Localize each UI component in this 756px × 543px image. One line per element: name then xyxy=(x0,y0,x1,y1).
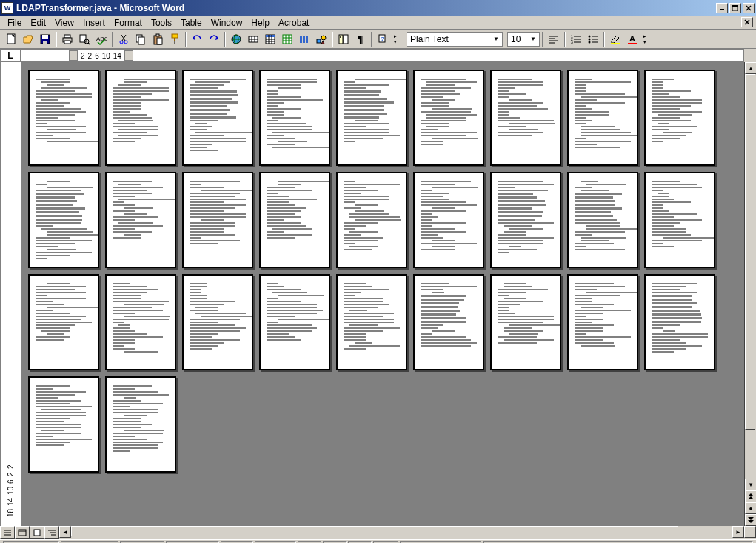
drawing-button[interactable] xyxy=(313,31,330,47)
page-thumbnail[interactable] xyxy=(490,274,561,370)
menu-format[interactable]: Format xyxy=(110,17,147,29)
menu-file[interactable]: File xyxy=(3,17,26,29)
bulleted-list-button[interactable] xyxy=(585,31,601,47)
page-thumbnail[interactable] xyxy=(336,70,407,166)
help-button[interactable]: ? xyxy=(375,31,391,47)
page-thumbnail[interactable] xyxy=(336,274,407,370)
horizontal-scrollbar[interactable]: ◄ ► xyxy=(59,526,744,539)
scroll-thumb[interactable] xyxy=(745,74,755,430)
align-left-button[interactable] xyxy=(546,31,562,47)
page-thumbnail[interactable] xyxy=(28,70,99,166)
print-preview-button[interactable] xyxy=(76,31,93,47)
page-thumbnail[interactable] xyxy=(490,70,561,166)
tables-borders-button[interactable] xyxy=(245,31,261,47)
menu-insert[interactable]: Insert xyxy=(78,17,110,29)
page-thumbnail[interactable] xyxy=(336,172,407,268)
menu-acrobat[interactable]: Acrobat xyxy=(274,17,313,29)
cut-button[interactable] xyxy=(116,31,132,47)
new-document-button[interactable] xyxy=(3,31,19,47)
page-thumbnail[interactable] xyxy=(413,172,484,268)
menu-tools[interactable]: Tools xyxy=(147,17,176,29)
page-thumbnail[interactable] xyxy=(413,70,484,166)
browse-object-button[interactable]: ● xyxy=(745,502,756,514)
save-button[interactable] xyxy=(37,31,53,47)
tab-selector[interactable]: L xyxy=(0,49,21,62)
page-thumbnail[interactable] xyxy=(105,274,176,370)
menu-table[interactable]: Table xyxy=(176,17,207,29)
format-painter-button[interactable] xyxy=(167,31,183,47)
status-bar: Page 1 Sec 1 1/29 At 2.5cm Ln 1 Col 1 RE… xyxy=(0,539,756,543)
svg-point-73 xyxy=(589,35,591,37)
menu-help[interactable]: Help xyxy=(247,17,274,29)
next-page-button[interactable] xyxy=(745,514,756,526)
outline-view-button[interactable] xyxy=(44,526,59,539)
page-thumbnail[interactable] xyxy=(259,70,330,166)
scroll-track[interactable] xyxy=(71,526,732,538)
resize-grip[interactable] xyxy=(744,526,756,538)
indent-marker[interactable] xyxy=(124,50,133,61)
page-thumbnail[interactable] xyxy=(182,274,253,370)
toolbar-overflow-button[interactable]: ▸▾ xyxy=(641,31,649,47)
menu-edit[interactable]: Edit xyxy=(26,17,50,29)
scroll-track[interactable] xyxy=(745,74,756,479)
page-thumbnail[interactable] xyxy=(105,70,176,166)
page-thumbnail[interactable] xyxy=(182,172,253,268)
svg-marker-56 xyxy=(321,41,324,44)
insert-table-button[interactable] xyxy=(262,31,278,47)
numbered-list-button[interactable]: 123 xyxy=(568,31,584,47)
horizontal-ruler[interactable]: 2 2 6 10 14 xyxy=(21,49,744,62)
page-thumbnail[interactable] xyxy=(644,274,715,370)
excel-button[interactable] xyxy=(279,31,295,47)
scroll-right-button[interactable]: ► xyxy=(732,526,744,538)
scroll-thumb[interactable] xyxy=(71,526,678,536)
document-map-button[interactable] xyxy=(335,31,352,47)
normal-view-button[interactable] xyxy=(0,526,15,539)
page-thumbnail[interactable] xyxy=(105,172,176,268)
vertical-ruler[interactable]: 18 14 10 6 2 2 xyxy=(0,62,21,526)
page-thumbnail[interactable] xyxy=(259,274,330,370)
page-thumbnail[interactable] xyxy=(259,172,330,268)
redo-button[interactable] xyxy=(206,31,222,47)
menu-view[interactable]: View xyxy=(50,17,78,29)
page-thumbnail[interactable] xyxy=(644,70,715,166)
indent-marker[interactable] xyxy=(69,50,78,61)
minimize-button[interactable] xyxy=(716,3,728,13)
scroll-up-button[interactable]: ▲ xyxy=(745,62,756,74)
page-thumbnail[interactable] xyxy=(182,70,253,166)
copy-button[interactable] xyxy=(133,31,149,47)
document-close-button[interactable] xyxy=(741,17,753,27)
page-thumbnail[interactable] xyxy=(567,172,638,268)
spellcheck-button[interactable]: ABC xyxy=(93,31,110,47)
page-thumbnail[interactable] xyxy=(105,376,176,473)
highlight-button[interactable] xyxy=(607,31,623,47)
scroll-down-button[interactable]: ▼ xyxy=(745,479,756,490)
page-thumbnail[interactable] xyxy=(413,274,484,370)
undo-button[interactable] xyxy=(189,31,205,47)
previous-page-button[interactable] xyxy=(745,490,756,502)
hyperlink-button[interactable] xyxy=(228,31,244,47)
print-button[interactable] xyxy=(59,31,76,47)
page-thumbnail[interactable] xyxy=(28,274,99,370)
scroll-left-button[interactable]: ◄ xyxy=(59,526,71,538)
font-color-button[interactable]: A xyxy=(624,31,640,47)
print-layout-view-button[interactable] xyxy=(30,526,44,539)
vertical-scrollbar[interactable]: ▲ ▼ ● xyxy=(744,62,756,526)
page-thumbnail[interactable] xyxy=(490,172,561,268)
page-thumbnail[interactable] xyxy=(567,274,638,370)
page-thumbnail[interactable] xyxy=(644,172,715,268)
paste-button[interactable] xyxy=(150,31,166,47)
page-thumbnail[interactable] xyxy=(28,376,99,473)
toolbar-overflow-button[interactable]: ▸▾ xyxy=(392,31,399,47)
columns-button[interactable] xyxy=(296,31,312,47)
show-hide-button[interactable]: ¶ xyxy=(352,31,369,47)
close-button[interactable] xyxy=(743,3,755,13)
open-button[interactable] xyxy=(20,31,36,47)
page-thumbnail[interactable] xyxy=(28,172,99,268)
style-select[interactable]: Plain Text▼ xyxy=(407,32,503,47)
page-thumbnail[interactable] xyxy=(567,70,638,166)
web-layout-view-button[interactable] xyxy=(15,526,30,539)
menu-window[interactable]: Window xyxy=(207,17,247,29)
document-area[interactable] xyxy=(21,62,744,526)
maximize-button[interactable] xyxy=(729,3,741,13)
font-size-select[interactable]: 10▼ xyxy=(507,32,540,47)
